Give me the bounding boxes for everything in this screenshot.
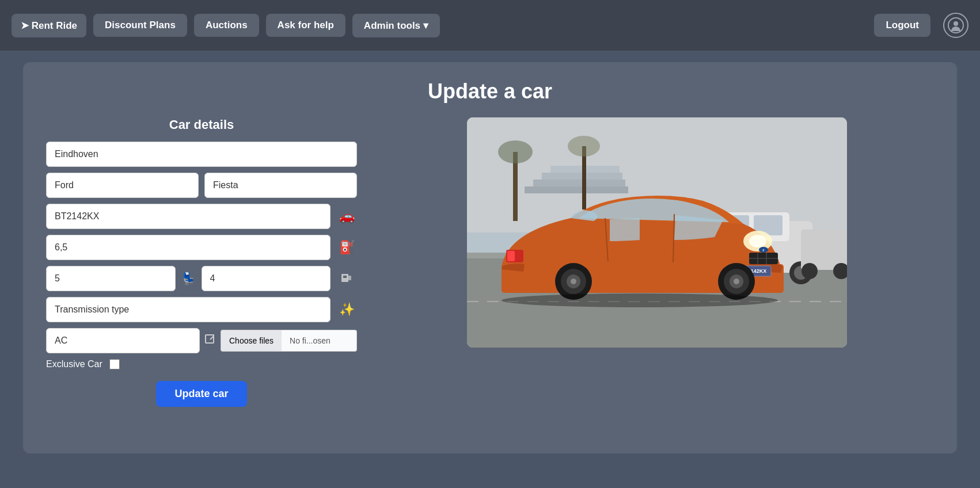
seats-doors-row: 💺 bbox=[46, 266, 357, 291]
main-container: Update a car Car details 🚗 ⛽ bbox=[23, 62, 957, 453]
fuel-consumption-row: ⛽ bbox=[46, 235, 357, 260]
model-input[interactable] bbox=[204, 173, 357, 198]
file-input-area: Choose files No fi...osen bbox=[221, 330, 357, 352]
exclusive-car-label: Exclusive Car bbox=[46, 359, 102, 369]
location-group bbox=[46, 142, 357, 167]
svg-point-15 bbox=[498, 140, 533, 163]
license-plate-row: 🚗 bbox=[46, 204, 357, 229]
ac-input[interactable] bbox=[46, 328, 200, 353]
svg-rect-10 bbox=[533, 180, 625, 186]
exclusive-car-checkbox[interactable] bbox=[109, 359, 120, 369]
logout-button[interactable]: Logout bbox=[874, 14, 930, 37]
admin-tools-button[interactable]: Admin tools ▾ bbox=[352, 14, 440, 37]
doors-input[interactable] bbox=[202, 266, 331, 291]
car-image-section: F BT2142KX bbox=[380, 117, 934, 407]
license-plate-input[interactable] bbox=[46, 204, 331, 229]
car-icon: 🚗 bbox=[336, 206, 357, 227]
fuel-icon: ⛽ bbox=[336, 237, 357, 258]
svg-rect-5 bbox=[206, 335, 214, 343]
svg-point-1 bbox=[954, 21, 958, 26]
ac-file-row: Choose files No fi...osen bbox=[46, 328, 357, 353]
location-input[interactable] bbox=[46, 142, 357, 167]
auctions-button[interactable]: Auctions bbox=[194, 14, 259, 37]
seats-icon: 💺 bbox=[181, 272, 196, 285]
transmission-input[interactable] bbox=[46, 297, 331, 322]
svg-point-16 bbox=[568, 136, 600, 157]
exclusive-car-row: Exclusive Car bbox=[46, 359, 357, 369]
no-file-label: No fi...osen bbox=[282, 330, 357, 352]
form-title: Car details bbox=[46, 117, 357, 132]
fuel-consumption-input[interactable] bbox=[46, 235, 331, 260]
svg-point-54 bbox=[502, 293, 778, 307]
car-image: F BT2142KX bbox=[467, 117, 847, 348]
svg-rect-53 bbox=[507, 251, 515, 261]
update-car-button[interactable]: Update car bbox=[156, 381, 246, 407]
discount-plans-button[interactable]: Discount Plans bbox=[93, 14, 187, 37]
external-link-icon[interactable] bbox=[204, 334, 216, 348]
svg-text:F: F bbox=[762, 249, 764, 252]
page-title: Update a car bbox=[46, 79, 934, 104]
svg-rect-9 bbox=[525, 186, 628, 193]
user-avatar[interactable] bbox=[943, 13, 968, 38]
gas-station-icon bbox=[336, 268, 357, 289]
svg-point-29 bbox=[802, 263, 818, 279]
transmission-row: ✨ bbox=[46, 297, 357, 322]
navigation: ➤ Rent Ride Discount Plans Auctions Ask … bbox=[0, 0, 980, 51]
content-area: Car details 🚗 ⛽ 💺 bbox=[46, 117, 934, 407]
svg-point-51 bbox=[571, 279, 576, 284]
choose-files-button[interactable]: Choose files bbox=[221, 330, 282, 352]
ask-for-help-button[interactable]: Ask for help bbox=[266, 14, 345, 37]
seats-input[interactable] bbox=[46, 266, 176, 291]
brand-model-row bbox=[46, 173, 357, 198]
form-section: Car details 🚗 ⛽ 💺 bbox=[46, 117, 357, 407]
svg-point-35 bbox=[749, 235, 766, 247]
brand-button[interactable]: ➤ Rent Ride bbox=[12, 14, 86, 37]
brand-input[interactable] bbox=[46, 173, 199, 198]
wand-icon: ✨ bbox=[336, 299, 357, 320]
svg-rect-4 bbox=[343, 276, 347, 278]
svg-point-47 bbox=[734, 279, 739, 284]
svg-rect-3 bbox=[348, 276, 351, 280]
